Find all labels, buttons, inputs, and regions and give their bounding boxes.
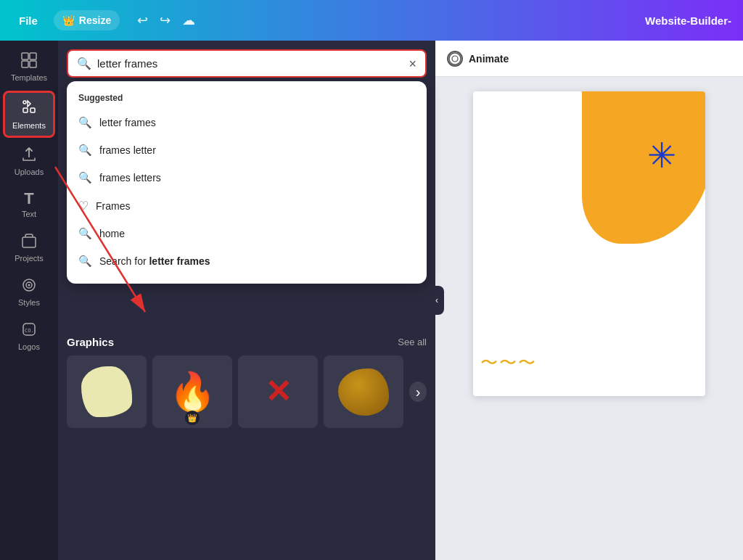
canvas-area: Animate ✳ 〜〜〜 [435, 41, 743, 560]
dropdown-item-letter-frames[interactable]: 🔍 letter frames [67, 109, 427, 136]
search-icon-6: 🔍 [78, 255, 92, 268]
sidebar-item-logos[interactable]: CO. Logos [3, 316, 55, 357]
panel: 🔍 × Suggested 🔍 letter frames 🔍 frames l… [58, 41, 435, 560]
svg-rect-5 [30, 108, 35, 112]
dropdown-item-frames-letter[interactable]: 🔍 frames letter [67, 136, 427, 164]
search-box: 🔍 × [67, 49, 427, 78]
svg-rect-3 [30, 61, 36, 67]
sidebar-item-templates[interactable]: Templates [3, 46, 55, 88]
canvas-orange-shape [582, 91, 705, 244]
search-container: 🔍 × [58, 41, 435, 78]
projects-icon [21, 233, 37, 251]
sidebar-item-projects[interactable]: Projects [3, 227, 55, 268]
logos-label: Logos [18, 342, 40, 351]
text-label: Text [22, 210, 36, 218]
graphics-section-header: Graphics See all [67, 336, 427, 348]
crown-badge: 👑 [185, 411, 200, 425]
search-icon-3: 🔍 [78, 171, 92, 184]
svg-point-9 [28, 284, 30, 287]
dropdown-item-text-6: Search for letter frames [99, 255, 210, 267]
dropdown-item-text-5: home [99, 228, 125, 239]
animate-label: Animate [469, 53, 509, 65]
undo-button[interactable]: ↩ [134, 9, 151, 31]
main-layout: Templates Elements Uploads [0, 41, 743, 560]
sidebar: Templates Elements Uploads [0, 41, 58, 560]
svg-point-12 [449, 53, 461, 65]
graphic-item-x[interactable]: ✕ [238, 355, 318, 428]
search-icon-5: 🔍 [78, 227, 92, 240]
uploads-label: Uploads [15, 168, 44, 176]
app-title: Website-Builder- [645, 15, 731, 27]
search-icon: 🔍 [77, 57, 91, 70]
dropdown-item-home[interactable]: 🔍 home [67, 220, 427, 247]
svg-point-13 [452, 56, 458, 62]
svg-rect-1 [30, 53, 36, 59]
resize-label: Resize [79, 15, 111, 26]
animate-icon [447, 51, 463, 67]
templates-icon [21, 52, 37, 70]
flame-shape: 🔥 [169, 373, 216, 411]
redo-button[interactable]: ↪ [157, 9, 173, 31]
dropdown-item-text-3: frames letters [99, 172, 161, 184]
svg-rect-2 [22, 61, 28, 67]
resize-button[interactable]: 👑 Resize [54, 10, 120, 30]
graphics-row: 🔥 👑 ✕ › [67, 355, 427, 428]
text-icon: T [24, 191, 33, 207]
sidebar-item-elements[interactable]: Elements [3, 91, 55, 138]
heart-icon: ♡ [78, 199, 89, 213]
x-shape: ✕ [265, 373, 292, 411]
logos-icon: CO. [21, 321, 37, 339]
search-icon-2: 🔍 [78, 144, 92, 157]
blob-shape [81, 366, 132, 417]
dropdown-item-text-2: frames letter [99, 144, 156, 156]
graphic-item-flame[interactable]: 🔥 👑 [152, 355, 232, 428]
elements-label: Elements [12, 121, 46, 130]
sidebar-item-styles[interactable]: Styles [3, 271, 55, 313]
panel-content: Graphics See all 🔥 👑 ✕ › [58, 324, 435, 440]
header: File 👑 Resize ↩ ↪ ☁ Website-Builder- [0, 0, 743, 41]
search-icon-1: 🔍 [78, 116, 92, 129]
animate-button[interactable]: Animate [447, 51, 509, 67]
suggested-label: Suggested [67, 90, 427, 109]
uploads-icon [21, 147, 37, 165]
svg-rect-0 [22, 53, 28, 59]
svg-rect-6 [22, 237, 36, 247]
graphics-title: Graphics [67, 336, 114, 348]
sidebar-item-text[interactable]: T Text [3, 185, 55, 224]
graphics-next-button[interactable]: › [409, 382, 427, 402]
canvas-yellow-wave: 〜〜〜 [480, 351, 537, 374]
canvas-page: ✳ 〜〜〜 [473, 91, 705, 396]
styles-label: Styles [18, 298, 40, 307]
file-button[interactable]: File [12, 10, 45, 31]
dropdown-item-text-1: letter frames [99, 117, 156, 128]
save-cloud-button[interactable]: ☁ [179, 9, 198, 31]
templates-label: Templates [11, 73, 47, 82]
dropdown-item-frames-letters[interactable]: 🔍 frames letters [67, 164, 427, 192]
canvas-blue-star: ✳ [647, 135, 676, 176]
elements-icon [20, 99, 38, 118]
canvas-toolbar: Animate [435, 41, 743, 77]
search-clear-button[interactable]: × [409, 57, 416, 70]
styles-icon [21, 277, 37, 295]
svg-rect-4 [23, 108, 28, 112]
dropdown-item-frames[interactable]: ♡ Frames [67, 192, 427, 220]
graphic-item-potato[interactable] [324, 355, 403, 428]
see-all-button[interactable]: See all [398, 337, 427, 347]
projects-label: Projects [15, 254, 44, 263]
panel-collapse-handle[interactable]: ‹ [430, 286, 444, 315]
search-dropdown: Suggested 🔍 letter frames 🔍 frames lette… [67, 81, 427, 284]
crown-icon: 👑 [62, 15, 75, 26]
graphic-item-blob[interactable] [67, 355, 147, 428]
svg-text:CO.: CO. [25, 328, 34, 334]
header-actions: ↩ ↪ ☁ [134, 9, 198, 31]
canvas-content: ✳ 〜〜〜 [435, 77, 743, 560]
dropdown-item-search-for[interactable]: 🔍 Search for letter frames [67, 247, 427, 275]
sidebar-item-uploads[interactable]: Uploads [3, 141, 55, 182]
search-input[interactable] [97, 57, 403, 70]
dropdown-item-text-4: Frames [96, 200, 130, 212]
potato-shape [338, 368, 389, 416]
